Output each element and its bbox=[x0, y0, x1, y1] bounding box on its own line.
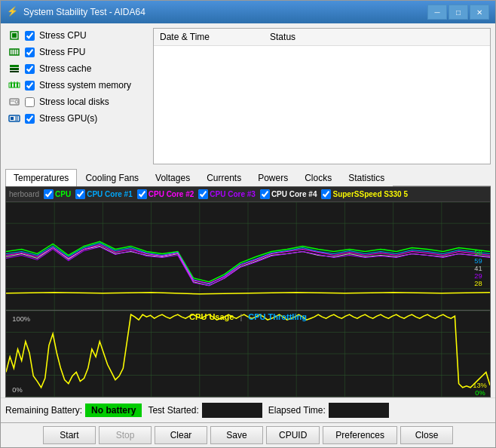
stop-button[interactable]: Stop bbox=[99, 426, 152, 444]
maximize-button[interactable]: □ bbox=[449, 5, 468, 20]
main-window: ⚡ System Stability Test - AIDA64 ─ □ ✕ S… bbox=[0, 0, 496, 448]
legend-core3-checkbox[interactable] bbox=[198, 189, 208, 199]
close-button[interactable]: Close bbox=[400, 426, 453, 444]
legend-core3-label: CPU Core #3 bbox=[210, 190, 256, 198]
svg-text:100%: 100% bbox=[12, 315, 30, 323]
remaining-battery-label: Remaining Battery: bbox=[5, 405, 82, 416]
svg-text:28: 28 bbox=[474, 280, 482, 287]
stress-fpu-row: Stress FPU bbox=[5, 44, 148, 60]
title-bar-left: ⚡ System Stability Test - AIDA64 bbox=[7, 6, 145, 18]
stress-cache-row: Stress cache bbox=[5, 61, 148, 76]
legend-cpu-core2: CPU Core #2 bbox=[137, 189, 194, 199]
title-bar: ⚡ System Stability Test - AIDA64 ─ □ ✕ bbox=[1, 1, 495, 23]
stress-cpu-checkbox[interactable] bbox=[25, 31, 35, 41]
stress-local-label: Stress local disks bbox=[39, 97, 109, 107]
chart-separator: | bbox=[240, 312, 242, 321]
tab-voltages[interactable]: Voltages bbox=[147, 169, 198, 186]
clear-button[interactable]: Clear bbox=[155, 426, 207, 444]
elapsed-time-item: Elapsed Time: bbox=[268, 403, 389, 418]
stress-cache-checkbox[interactable] bbox=[25, 64, 35, 74]
stress-gpu-checkbox[interactable] bbox=[25, 114, 35, 124]
remaining-battery-value: No battery bbox=[85, 404, 142, 417]
legend-motherboard: herboard bbox=[9, 190, 39, 198]
status-bar: Remaining Battery: No battery Test Start… bbox=[1, 397, 495, 422]
cpu-throttling-title: CPU Throttling bbox=[248, 312, 307, 321]
legend-superspeed-checkbox[interactable] bbox=[321, 189, 331, 199]
tab-currents[interactable]: Currents bbox=[198, 169, 250, 186]
chart-legend: herboard CPU CPU Core #1 CPU Core #2 CPU… bbox=[6, 187, 490, 202]
window-title: System Stability Test - AIDA64 bbox=[23, 7, 145, 17]
stress-local-checkbox[interactable] bbox=[25, 97, 35, 107]
main-content-top: Stress CPU Stress FPU bbox=[1, 23, 495, 169]
legend-cpu-core4: CPU Core #4 bbox=[260, 189, 317, 199]
cache-stress-icon bbox=[8, 63, 20, 75]
legend-core2-checkbox[interactable] bbox=[137, 189, 147, 199]
svg-text:41: 41 bbox=[474, 265, 482, 272]
stress-cache-label: Stress cache bbox=[39, 63, 91, 74]
save-button[interactable]: Save bbox=[210, 426, 263, 444]
legend-superspeed-label: SuperSSpeed S330 5 bbox=[332, 190, 408, 198]
disk-stress-icon bbox=[8, 96, 20, 108]
charts-area: herboard CPU CPU Core #1 CPU Core #2 CPU… bbox=[5, 186, 491, 397]
tab-statistics[interactable]: Statistics bbox=[340, 169, 393, 186]
elapsed-time-label: Elapsed Time: bbox=[268, 405, 326, 416]
button-bar: Start Stop Clear Save CPUID Preferences … bbox=[1, 422, 495, 447]
temp-chart-svg: 58 59 41 29 28 bbox=[6, 202, 490, 310]
legend-core1-label: CPU Core #1 bbox=[87, 190, 133, 198]
legend-cpu-core3: CPU Core #3 bbox=[198, 189, 256, 199]
stress-options-panel: Stress CPU Stress FPU bbox=[5, 28, 148, 164]
stress-local-row: Stress local disks bbox=[5, 94, 148, 109]
legend-cpu-checkbox[interactable] bbox=[44, 189, 54, 199]
log-panel: Date & Time Status bbox=[153, 28, 491, 164]
svg-rect-20 bbox=[11, 117, 14, 120]
svg-text:0%: 0% bbox=[475, 389, 485, 397]
svg-rect-7 bbox=[10, 68, 19, 70]
minimize-button[interactable]: ─ bbox=[427, 5, 447, 20]
remaining-battery-item: Remaining Battery: No battery bbox=[5, 404, 142, 417]
test-started-item: Test Started: bbox=[148, 403, 262, 418]
stress-memory-checkbox[interactable] bbox=[25, 81, 35, 91]
tab-clocks[interactable]: Clocks bbox=[296, 169, 340, 186]
preferences-button[interactable]: Preferences bbox=[323, 426, 397, 444]
test-started-value bbox=[202, 403, 262, 418]
stress-memory-row: Stress system memory bbox=[5, 78, 148, 93]
legend-core4-checkbox[interactable] bbox=[260, 189, 270, 199]
log-datetime-header: Date & Time bbox=[160, 32, 210, 42]
elapsed-time-value bbox=[329, 403, 389, 418]
start-button[interactable]: Start bbox=[43, 426, 96, 444]
test-started-label: Test Started: bbox=[148, 405, 198, 416]
cpu-usage-svg: 100% 0% 13% 0% bbox=[6, 311, 490, 397]
svg-text:13%: 13% bbox=[473, 382, 487, 389]
fpu-stress-icon bbox=[8, 46, 20, 58]
log-content bbox=[154, 46, 490, 164]
cpuid-button[interactable]: CPUID bbox=[266, 426, 320, 444]
svg-rect-1 bbox=[12, 33, 17, 38]
gpu-stress-icon bbox=[8, 112, 20, 124]
stress-memory-label: Stress system memory bbox=[39, 80, 131, 91]
log-status-header: Status bbox=[270, 32, 295, 42]
legend-cpu: CPU bbox=[44, 189, 71, 199]
cpu-usage-chart: CPU Usage | CPU Throttling bbox=[5, 311, 491, 397]
legend-core1-checkbox[interactable] bbox=[75, 189, 85, 199]
stress-gpu-label: Stress GPU(s) bbox=[39, 113, 97, 124]
tab-powers[interactable]: Powers bbox=[250, 169, 296, 186]
close-window-button[interactable]: ✕ bbox=[470, 5, 489, 20]
svg-point-17 bbox=[15, 100, 18, 103]
temperature-chart: herboard CPU CPU Core #1 CPU Core #2 CPU… bbox=[5, 186, 491, 311]
log-header: Date & Time Status bbox=[154, 29, 490, 46]
svg-text:29: 29 bbox=[474, 272, 482, 280]
svg-text:0%: 0% bbox=[12, 386, 22, 394]
cpu-stress-icon bbox=[8, 29, 20, 41]
legend-superspeed: SuperSSpeed S330 5 bbox=[321, 189, 408, 199]
svg-rect-8 bbox=[10, 71, 19, 72]
svg-rect-10 bbox=[11, 83, 12, 87]
svg-rect-16 bbox=[10, 99, 19, 105]
stress-fpu-checkbox[interactable] bbox=[25, 48, 35, 57]
tab-temperatures[interactable]: Temperatures bbox=[5, 169, 77, 186]
legend-cpu-label: CPU bbox=[55, 190, 71, 198]
stress-cpu-row: Stress CPU bbox=[5, 28, 148, 43]
tabs-bar: Temperatures Cooling Fans Voltages Curre… bbox=[5, 169, 491, 186]
tab-cooling-fans[interactable]: Cooling Fans bbox=[77, 169, 147, 186]
app-icon: ⚡ bbox=[7, 6, 19, 18]
memory-stress-icon bbox=[8, 79, 20, 91]
